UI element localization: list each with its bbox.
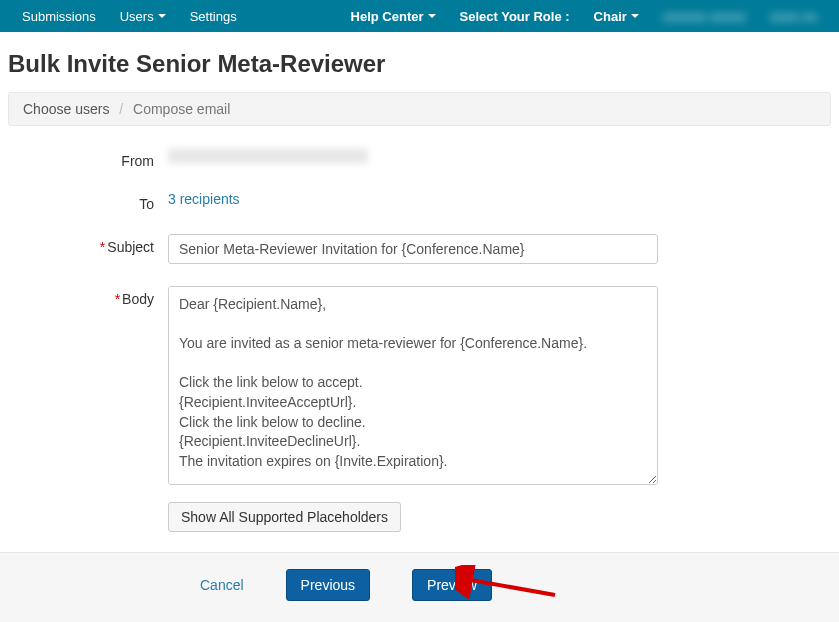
subject-label: Subject [107,239,154,255]
breadcrumb: Choose users / Compose email [8,92,831,126]
body-label: Body [122,291,154,307]
footer-bar: Cancel Previous Preview [0,552,839,622]
from-value-redacted [168,148,368,164]
nav-users[interactable]: Users [108,9,178,24]
breadcrumb-step-1[interactable]: Choose users [23,101,109,117]
caret-down-icon [631,14,639,18]
cancel-link[interactable]: Cancel [200,577,244,593]
nav-right-redacted[interactable]: xxxx xx [758,9,829,24]
to-label: To [8,191,168,212]
nav-user-redacted[interactable]: xxxxxx xxxxx [651,9,758,24]
subject-input[interactable] [168,234,658,264]
nav-help-center[interactable]: Help Center [339,9,448,24]
caret-down-icon [158,14,166,18]
nav-submissions[interactable]: Submissions [10,9,108,24]
body-textarea[interactable] [168,286,658,485]
caret-down-icon [428,14,436,18]
breadcrumb-step-2: Compose email [133,101,230,117]
nav-select-role-label: Select Your Role : [448,9,582,24]
nav-role-chair[interactable]: Chair [582,9,651,24]
to-recipients-link[interactable]: 3 recipients [168,191,240,207]
required-asterisk: * [115,291,120,307]
previous-button[interactable]: Previous [286,569,370,601]
required-asterisk: * [100,239,105,255]
show-placeholders-button[interactable]: Show All Supported Placeholders [168,502,401,532]
nav-settings[interactable]: Settings [178,9,249,24]
page-title: Bulk Invite Senior Meta-Reviewer [8,50,831,78]
preview-button[interactable]: Preview [412,569,492,601]
top-nav: Submissions Users Settings Help Center S… [0,0,839,32]
from-label: From [8,148,168,169]
breadcrumb-separator: / [119,101,123,117]
